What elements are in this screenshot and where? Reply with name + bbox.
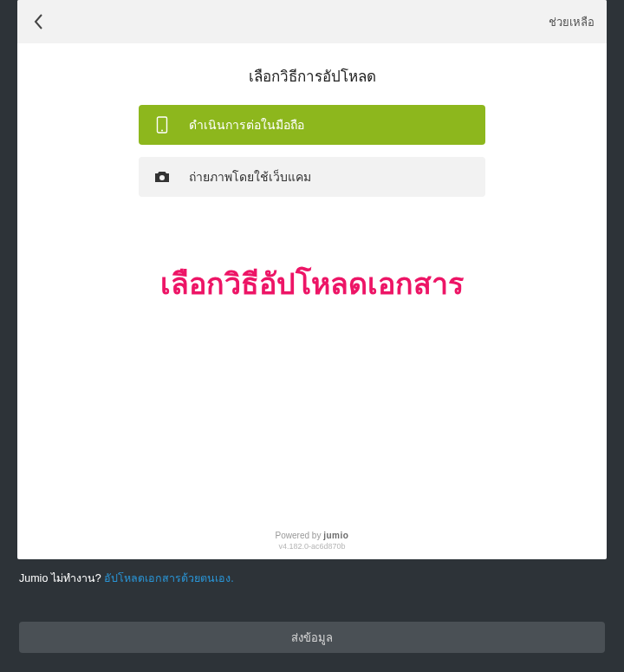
fallback-row: Jumio ไม่ทำงาน? อัปโหลดเอกสารด้วยตนเอง. bbox=[19, 570, 605, 587]
fallback-prompt: Jumio ไม่ทำงาน? bbox=[19, 572, 104, 584]
svg-point-1 bbox=[161, 130, 163, 132]
option-use-webcam[interactable]: ถ่ายภาพโดยใช้เว็บแคม bbox=[139, 157, 485, 197]
option-webcam-label: ถ่ายภาพโดยใช้เว็บแคม bbox=[189, 167, 311, 186]
chevron-left-icon bbox=[33, 13, 45, 30]
svg-point-2 bbox=[159, 175, 165, 180]
version-text: v4.182.0-ac6d870b bbox=[17, 542, 607, 551]
submit-bar: ส่งข้อมูล bbox=[19, 622, 605, 653]
brand-name: jumio bbox=[323, 531, 348, 540]
panel-content: เลือกวิธีการอัปโหลด ดำเนินการต่อในมือถือ… bbox=[17, 43, 607, 559]
powered-by: Powered by jumio bbox=[17, 531, 607, 540]
page-title: เลือกวิธีการอัปโหลด bbox=[249, 64, 376, 88]
phone-icon bbox=[153, 116, 172, 134]
option-continue-mobile[interactable]: ดำเนินการต่อในมือถือ bbox=[139, 105, 485, 145]
back-button[interactable] bbox=[29, 12, 49, 31]
submit-button[interactable]: ส่งข้อมูล bbox=[19, 622, 605, 653]
help-link[interactable]: ช่วยเหลือ bbox=[549, 13, 595, 31]
camera-icon bbox=[153, 170, 172, 184]
panel-header: ช่วยเหลือ bbox=[17, 0, 607, 43]
upload-panel: ช่วยเหลือ เลือกวิธีการอัปโหลด ดำเนินการต… bbox=[17, 0, 607, 559]
manual-upload-link[interactable]: อัปโหลดเอกสารด้วยตนเอง. bbox=[104, 572, 233, 584]
panel-footer: Powered by jumio v4.182.0-ac6d870b bbox=[17, 531, 607, 551]
option-mobile-label: ดำเนินการต่อในมือถือ bbox=[189, 115, 304, 134]
